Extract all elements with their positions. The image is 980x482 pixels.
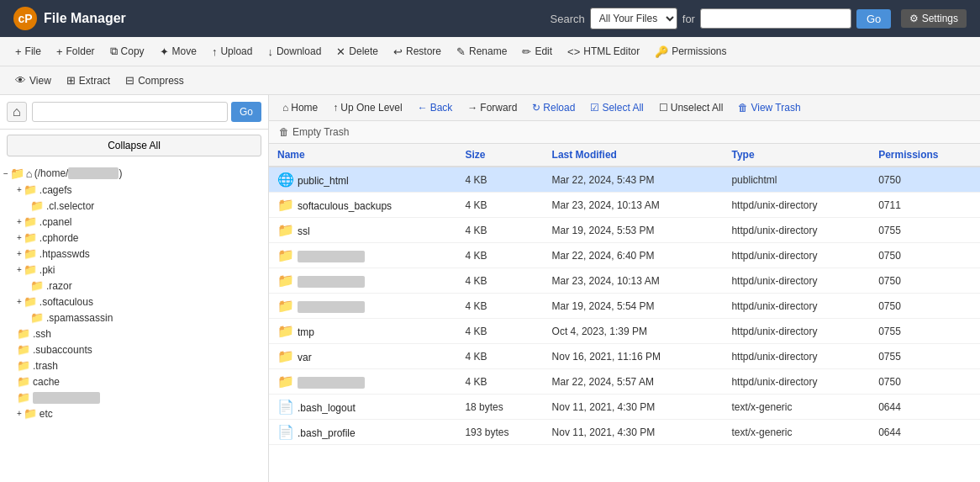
tree-item-cache[interactable]: 📁 cache [0, 373, 268, 389]
plus-icon: + [17, 233, 22, 242]
tree-item-cphorde[interactable]: + 📁 .cphorde [0, 230, 268, 246]
table-row[interactable]: 📁 4 KBMar 22, 2024, 5:57 AMhttpd/unix-di… [269, 369, 980, 395]
brand: cP File Manager [13, 7, 126, 30]
tree-item-cl-selector[interactable]: 📁 .cl.selector [0, 198, 268, 214]
view-button[interactable]: 👁View [8, 71, 58, 90]
file-name-cell[interactable]: 📁 [269, 243, 456, 268]
forward-button[interactable]: →Forward [461, 98, 524, 117]
table-row[interactable]: 📁tmp4 KBOct 4, 2023, 1:39 PMhttpd/unix-d… [269, 319, 980, 344]
file-name-cell[interactable]: 📁 [269, 268, 456, 294]
tree-item-cagefs[interactable]: + 📁 .cagefs [0, 182, 268, 198]
upload-button[interactable]: ↑Upload [205, 42, 260, 61]
move-button[interactable]: ✦Move [153, 42, 203, 61]
file-panel: ⌂Home ↑Up One Level ←Back →Forward ↻Relo… [269, 95, 980, 482]
search-input[interactable] [700, 8, 851, 29]
compress-button[interactable]: ⊟Compress [119, 71, 191, 90]
back-button[interactable]: ←Back [411, 98, 460, 117]
table-row[interactable]: 🌐public_html4 KBMar 22, 2024, 5:43 PMpub… [269, 167, 980, 193]
tree-item-htpasswds[interactable]: + 📁 .htpasswds [0, 246, 268, 262]
collapse-all-button[interactable]: Collapse All [7, 135, 261, 156]
table-row[interactable]: 📁softaculous_backups4 KBMar 23, 2024, 10… [269, 193, 980, 218]
view-trash-button[interactable]: 🗑View Trash [731, 98, 807, 117]
key-icon: 🔑 [655, 45, 668, 58]
extract-button[interactable]: ⊞Extract [60, 71, 117, 90]
file-name-blurred [298, 251, 365, 262]
plus-icon: + [17, 185, 22, 194]
search-go-button[interactable]: Go [856, 9, 891, 29]
download-button[interactable]: ↓Download [261, 42, 328, 61]
file-type-cell: httpd/unix-directory [723, 369, 870, 395]
html-editor-button[interactable]: <>HTML Editor [561, 42, 646, 61]
folder-icon: 📁 [17, 391, 30, 404]
col-permissions[interactable]: Permissions [870, 144, 980, 167]
table-row[interactable]: 📁ssl4 KBMar 19, 2024, 5:53 PMhttpd/unix-… [269, 218, 980, 243]
file-name-cell[interactable]: 📁ssl [269, 218, 456, 243]
table-row[interactable]: 📄.bash_profile193 bytesNov 11, 2021, 4:3… [269, 420, 980, 445]
tree-item-softaculous[interactable]: + 📁 .softaculous [0, 294, 268, 310]
tree-item-subaccounts[interactable]: 📁 .subaccounts [0, 342, 268, 358]
file-perms-cell: 0750 [870, 294, 980, 319]
table-row[interactable]: 📁 4 KBMar 22, 2024, 6:40 PMhttpd/unix-di… [269, 243, 980, 268]
eye-icon: 👁 [15, 74, 26, 87]
select-all-button[interactable]: ☑Select All [583, 98, 650, 117]
file-table-wrap: Name Size Last Modified Type Permissions… [269, 144, 980, 482]
tree-item-ssh[interactable]: 📁 .ssh [0, 326, 268, 342]
permissions-button[interactable]: 🔑Permissions [648, 42, 733, 61]
tree-item-etc[interactable]: + 📁 etc [0, 405, 268, 421]
tree-label-cphorde: .cphorde [40, 232, 79, 244]
path-go-button[interactable]: Go [231, 102, 261, 122]
col-name[interactable]: Name [269, 144, 456, 167]
tree-item-home[interactable]: − 📁 ⌂ (/home/ ) [0, 165, 268, 182]
new-folder-button[interactable]: +Folder [50, 42, 102, 61]
file-name-cell[interactable]: 📁 [269, 294, 456, 319]
file-name: .bash_logout [298, 402, 356, 414]
tree-item-blurred[interactable]: 📁 [0, 389, 268, 405]
home-nav-button[interactable]: ⌂Home [276, 98, 324, 117]
file-name-cell[interactable]: 📁 [269, 369, 456, 395]
edit-button[interactable]: ✏Edit [515, 42, 559, 61]
sidebar-search-bar: ⌂ Go [0, 95, 268, 130]
delete-icon: ✕ [336, 45, 345, 58]
tree-item-cpanel[interactable]: + 📁 .cpanel [0, 214, 268, 230]
rename-button[interactable]: ✎Rename [450, 42, 514, 61]
tree-label-razor: .razor [46, 280, 72, 292]
tree-item-trash[interactable]: 📁 .trash [0, 358, 268, 373]
plus-icon: + [15, 45, 22, 58]
folder-icon: 📁 [30, 279, 44, 292]
file-name-cell[interactable]: 📁var [269, 344, 456, 369]
path-input[interactable] [32, 102, 228, 122]
minus-icon: − [3, 169, 8, 178]
col-type[interactable]: Type [723, 144, 870, 167]
search-scope-select[interactable]: All Your Files [590, 8, 677, 29]
unselect-all-button[interactable]: ☐Unselect All [652, 98, 730, 117]
table-row[interactable]: 📁 4 KBMar 19, 2024, 5:54 PMhttpd/unix-di… [269, 294, 980, 319]
file-icon: 📁 [277, 324, 294, 338]
file-icon: 📁 [277, 198, 294, 212]
tree-item-razor[interactable]: 📁 .razor [0, 278, 268, 294]
file-size-cell: 18 bytes [456, 395, 543, 420]
folder-icon: 📁 [30, 199, 44, 212]
file-type-cell: publichtml [723, 167, 870, 193]
new-file-button[interactable]: +File [8, 42, 48, 61]
file-name-cell[interactable]: 📁softaculous_backups [269, 193, 456, 218]
file-name-cell[interactable]: 🌐public_html [269, 167, 456, 193]
table-row[interactable]: 📄.bash_logout18 bytesNov 11, 2021, 4:30 … [269, 395, 980, 420]
copy-button[interactable]: ⧉Copy [103, 41, 151, 61]
tree-item-pki[interactable]: + 📁 .pki [0, 262, 268, 278]
table-row[interactable]: 📁var4 KBNov 16, 2021, 11:16 PMhttpd/unix… [269, 344, 980, 369]
file-name-cell[interactable]: 📁tmp [269, 319, 456, 344]
tree-item-spamassassin[interactable]: 📁 .spamassassin [0, 310, 268, 326]
delete-button[interactable]: ✕Delete [329, 42, 385, 61]
tree-label-softaculous: .softaculous [40, 296, 93, 308]
settings-button[interactable]: ⚙ Settings [901, 9, 967, 28]
table-row[interactable]: 📁 4 KBMar 23, 2024, 10:13 AMhttpd/unix-d… [269, 268, 980, 294]
restore-button[interactable]: ↩Restore [387, 42, 448, 61]
file-name-cell[interactable]: 📄.bash_profile [269, 420, 456, 445]
up-one-level-button[interactable]: ↑Up One Level [326, 98, 408, 117]
file-tree: − 📁 ⌂ (/home/ ) + 📁 .cagefs 📁 .cl.select… [0, 162, 268, 482]
compress-icon: ⊟ [125, 74, 134, 87]
reload-button[interactable]: ↻Reload [525, 98, 582, 117]
col-modified[interactable]: Last Modified [544, 144, 724, 167]
col-size[interactable]: Size [456, 144, 543, 167]
file-name-cell[interactable]: 📄.bash_logout [269, 395, 456, 420]
